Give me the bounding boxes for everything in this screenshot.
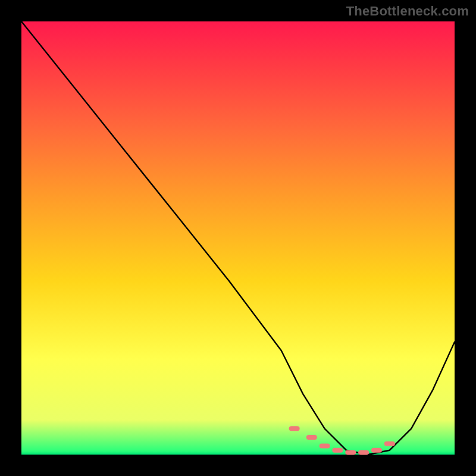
curve-layer <box>21 21 455 455</box>
marker-dot <box>358 450 369 455</box>
marker-dot <box>371 448 382 453</box>
marker-dot <box>289 426 300 431</box>
plot-area <box>21 21 455 455</box>
bottleneck-curve <box>21 21 455 455</box>
watermark-text: TheBottleneck.com <box>346 4 469 19</box>
marker-dot <box>306 435 317 440</box>
marker-dot <box>384 441 395 446</box>
marker-dot <box>345 450 356 455</box>
highlight-band <box>289 426 395 455</box>
marker-dot <box>320 443 330 448</box>
chart-frame: TheBottleneck.com <box>0 0 476 476</box>
marker-dot <box>332 448 343 453</box>
